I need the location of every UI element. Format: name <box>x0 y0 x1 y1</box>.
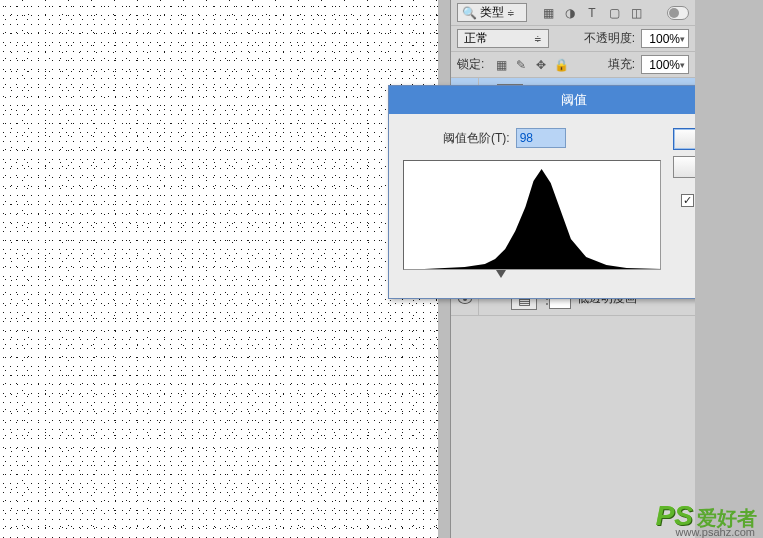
opacity-label: 不透明度: <box>584 30 635 47</box>
lock-pixels-icon[interactable]: ▦ <box>494 58 508 72</box>
caret-icon: ▾ <box>680 34 685 44</box>
caret-icon: ▾ <box>680 60 685 70</box>
blend-mode-select[interactable]: 正常 ≑ <box>457 29 549 48</box>
svg-marker-0 <box>404 169 662 269</box>
filter-pixel-icon[interactable]: ▦ <box>541 6 555 20</box>
filter-type-icons: ▦ ◑ T ▢ ◫ <box>541 6 643 20</box>
filter-smart-icon[interactable]: ◫ <box>629 6 643 20</box>
preview-checkbox[interactable]: ✓ <box>681 194 694 207</box>
fill-label: 填充: <box>608 56 635 73</box>
filter-row: 🔍 类型 ≑ ▦ ◑ T ▢ ◫ <box>451 0 695 26</box>
caret-icon: ≑ <box>534 34 542 44</box>
threshold-slider[interactable] <box>403 270 661 284</box>
canvas-texture <box>0 0 438 538</box>
filter-shape-icon[interactable]: ▢ <box>607 6 621 20</box>
fill-input[interactable]: 100%▾ <box>641 55 689 74</box>
filter-adjust-icon[interactable]: ◑ <box>563 6 577 20</box>
fill-value: 100% <box>649 58 680 72</box>
layer-filter-select[interactable]: 🔍 类型 ≑ <box>457 3 527 22</box>
histogram-chart <box>404 169 662 269</box>
document-canvas[interactable] <box>0 0 438 538</box>
right-gutter <box>695 0 763 538</box>
lock-position-icon[interactable]: ✥ <box>534 58 548 72</box>
opacity-value: 100% <box>649 32 680 46</box>
dialog-title: 阈值 <box>561 91 587 109</box>
lock-row: 锁定: ▦ ✎ ✥ 🔒 填充: 100%▾ <box>451 52 695 78</box>
filter-label: 类型 <box>480 4 504 21</box>
lock-icons: ▦ ✎ ✥ 🔒 <box>494 58 568 72</box>
blend-row: 正常 ≑ 不透明度: 100%▾ <box>451 26 695 52</box>
filter-toggle[interactable] <box>667 6 689 20</box>
lock-label: 锁定: <box>457 56 484 73</box>
opacity-input[interactable]: 100%▾ <box>641 29 689 48</box>
filter-text-icon[interactable]: T <box>585 6 599 20</box>
lock-all-icon[interactable]: 🔒 <box>554 58 568 72</box>
threshold-label: 阈值色阶(T): <box>443 130 510 147</box>
caret-icon: ≑ <box>507 8 515 18</box>
search-icon: 🔍 <box>462 6 477 20</box>
histogram <box>403 160 661 270</box>
threshold-input[interactable] <box>516 128 566 148</box>
blend-mode-value: 正常 <box>464 30 488 47</box>
watermark-url: www.psahz.com <box>676 526 755 538</box>
lock-paint-icon[interactable]: ✎ <box>514 58 528 72</box>
slider-thumb[interactable] <box>496 270 506 278</box>
